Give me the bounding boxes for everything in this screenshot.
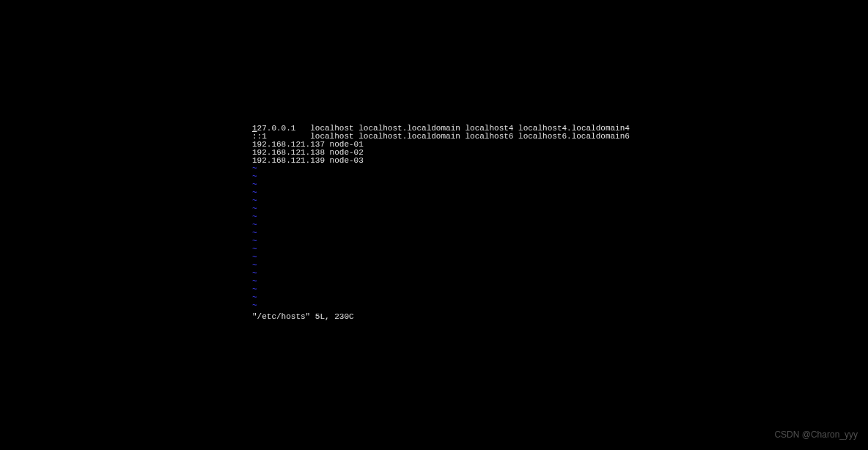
empty-line-tilde: ~ <box>252 286 619 294</box>
empty-line-tilde: ~ <box>252 173 619 181</box>
empty-line-tilde: ~ <box>252 270 619 278</box>
empty-lines-area: ~~~~~~~~~~~~~~~~~~ <box>252 165 619 310</box>
vi-editor-view[interactable]: 127.0.0.1 localhost localhost.localdomai… <box>252 125 619 321</box>
empty-line-tilde: ~ <box>252 189 619 197</box>
empty-line-tilde: ~ <box>252 205 619 213</box>
empty-line-tilde: ~ <box>252 237 619 246</box>
empty-line-tilde: ~ <box>252 302 619 310</box>
file-line[interactable]: 127.0.0.1 localhost localhost.localdomai… <box>252 125 619 133</box>
empty-line-tilde: ~ <box>252 181 619 189</box>
vi-status-line: "/etc/hosts" 5L, 230C <box>252 313 619 321</box>
empty-line-tilde: ~ <box>252 229 619 237</box>
empty-line-tilde: ~ <box>252 165 619 173</box>
empty-line-tilde: ~ <box>252 262 619 270</box>
empty-line-tilde: ~ <box>252 221 619 229</box>
empty-line-tilde: ~ <box>252 278 619 286</box>
empty-line-tilde: ~ <box>252 294 619 302</box>
watermark-text: CSDN @Charon_yyy <box>774 429 858 440</box>
cursor-position: 1 <box>252 124 257 133</box>
empty-line-tilde: ~ <box>252 246 619 254</box>
empty-line-tilde: ~ <box>252 254 619 262</box>
empty-line-tilde: ~ <box>252 197 619 205</box>
empty-line-tilde: ~ <box>252 213 619 221</box>
file-line[interactable]: 192.168.121.139 node-03 <box>252 157 619 165</box>
file-content-area[interactable]: 127.0.0.1 localhost localhost.localdomai… <box>252 125 619 165</box>
